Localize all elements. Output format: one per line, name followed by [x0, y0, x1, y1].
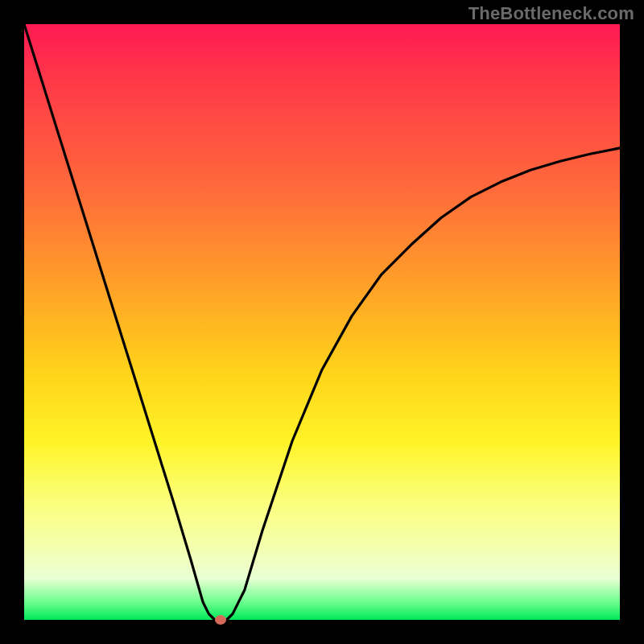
plot-area: [24, 24, 620, 620]
chart-frame: TheBottleneck.com: [0, 0, 644, 644]
bottleneck-curve-path: [24, 24, 620, 620]
curve-svg: [24, 24, 620, 620]
watermark-text: TheBottleneck.com: [469, 3, 634, 24]
minimum-marker: [215, 615, 226, 625]
